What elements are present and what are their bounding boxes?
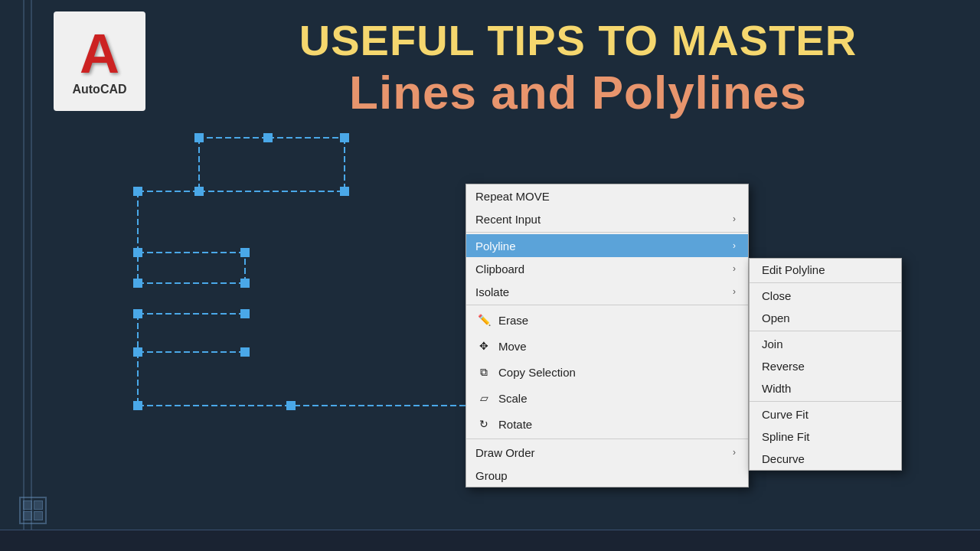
svg-rect-18 <box>194 187 204 196</box>
submenu-item-curve-fit[interactable]: Curve Fit <box>750 403 901 425</box>
submenu-separator-1 <box>750 282 901 283</box>
move-icon: ✥ <box>475 337 492 354</box>
submenu-item-open[interactable]: Open <box>750 307 901 329</box>
menu-item-clipboard[interactable]: Clipboard › <box>466 257 748 280</box>
submenu-item-decurve[interactable]: Decurve <box>750 448 901 470</box>
svg-rect-20 <box>133 187 142 196</box>
svg-rect-21 <box>133 279 142 288</box>
menu-item-erase-label: Erase <box>498 314 736 327</box>
menu-item-isolate-label: Isolate <box>475 285 733 298</box>
polyline-submenu: Edit Polyline Close Open Join Reverse Wi… <box>749 258 902 471</box>
svg-rect-22 <box>240 279 250 288</box>
menu-item-move-label: Move <box>498 340 736 353</box>
svg-rect-17 <box>340 187 349 196</box>
submenu-item-reverse[interactable]: Reverse <box>750 355 901 377</box>
menu-item-group-label: Group <box>475 469 736 482</box>
svg-rect-16 <box>340 133 349 142</box>
menu-item-draw-order-label: Draw Order <box>475 446 733 459</box>
submenu-item-join[interactable]: Join <box>750 333 901 355</box>
svg-rect-28 <box>240 347 250 357</box>
submenu-item-decurve-label: Decurve <box>762 452 805 465</box>
recent-input-arrow: › <box>733 214 736 224</box>
title-area: Useful tips to master Lines and Polyline… <box>191 15 965 119</box>
left-decoration <box>23 0 32 551</box>
submenu-item-close[interactable]: Close <box>750 285 901 307</box>
submenu-separator-2 <box>750 331 901 331</box>
context-menu: Repeat MOVE Recent Input › Polyline › Cl… <box>466 184 749 487</box>
menu-item-rotate-label: Rotate <box>498 418 736 431</box>
separator-2 <box>466 305 748 305</box>
menu-item-draw-order[interactable]: Draw Order › <box>466 441 748 464</box>
svg-rect-23 <box>240 248 250 257</box>
svg-rect-26 <box>240 309 250 318</box>
bottom-bar <box>0 530 980 551</box>
menu-item-repeat-move-label: Repeat MOVE <box>475 190 736 203</box>
svg-rect-30 <box>286 401 296 410</box>
svg-rect-27 <box>133 347 142 357</box>
title-line2: Lines and Polylines <box>191 65 965 119</box>
autocad-logo: A AutoCAD <box>54 11 145 111</box>
menu-item-group[interactable]: Group <box>466 464 748 487</box>
copy-icon: ⧉ <box>475 364 492 380</box>
clipboard-arrow: › <box>733 263 736 274</box>
erase-icon: ✏️ <box>475 311 492 328</box>
context-menu-container: Repeat MOVE Recent Input › Polyline › Cl… <box>466 184 902 487</box>
menu-item-isolate[interactable]: Isolate › <box>466 280 748 303</box>
menu-item-copy-selection[interactable]: ⧉ Copy Selection <box>466 359 748 385</box>
menu-item-rotate[interactable]: ↻ Rotate <box>466 411 748 437</box>
submenu-item-spline-fit-label: Spline Fit <box>762 430 810 443</box>
scale-icon: ▱ <box>475 390 492 406</box>
logo-letter: A <box>80 26 119 81</box>
submenu-item-edit-polyline-label: Edit Polyline <box>762 263 825 276</box>
menu-item-scale[interactable]: ▱ Scale <box>466 385 748 411</box>
polyline-drawing: .pl { stroke: #4aa8e8; stroke-width: 2; … <box>61 130 475 452</box>
menu-item-erase[interactable]: ✏️ Erase <box>466 307 748 333</box>
submenu-item-width-label: Width <box>762 382 791 395</box>
menu-item-polyline-label: Polyline <box>475 240 733 253</box>
svg-rect-19 <box>194 133 204 142</box>
isolate-arrow: › <box>733 286 736 297</box>
draw-order-arrow: › <box>733 447 736 458</box>
menu-item-copy-selection-label: Copy Selection <box>498 366 736 379</box>
grid-icon <box>19 497 47 524</box>
menu-item-recent-input-label: Recent Input <box>475 213 733 226</box>
menu-item-repeat-move[interactable]: Repeat MOVE <box>466 184 748 207</box>
submenu-item-open-label: Open <box>762 311 790 324</box>
menu-item-clipboard-label: Clipboard <box>475 262 733 276</box>
menu-item-scale-label: Scale <box>498 392 736 405</box>
menu-item-polyline[interactable]: Polyline › <box>466 234 748 257</box>
submenu-separator-3 <box>750 401 901 402</box>
separator-1 <box>466 232 748 233</box>
submenu-item-join-label: Join <box>762 337 783 350</box>
polyline-arrow: › <box>733 240 736 251</box>
rotate-icon: ↻ <box>475 416 492 432</box>
svg-rect-15 <box>263 133 273 142</box>
polyline-svg: .pl { stroke: #4aa8e8; stroke-width: 2; … <box>61 130 475 452</box>
submenu-item-reverse-label: Reverse <box>762 360 805 373</box>
title-line1: Useful tips to master <box>191 15 965 65</box>
menu-item-recent-input[interactable]: Recent Input › <box>466 207 748 230</box>
svg-rect-29 <box>133 401 142 410</box>
submenu-item-close-label: Close <box>762 289 791 302</box>
submenu-item-width[interactable]: Width <box>750 377 901 399</box>
menu-item-move[interactable]: ✥ Move <box>466 333 748 359</box>
submenu-item-spline-fit[interactable]: Spline Fit <box>750 425 901 448</box>
submenu-item-curve-fit-label: Curve Fit <box>762 408 808 421</box>
logo-text: AutoCAD <box>72 83 126 96</box>
submenu-item-edit-polyline[interactable]: Edit Polyline <box>750 259 901 281</box>
svg-rect-24 <box>133 248 142 257</box>
separator-3 <box>466 439 748 439</box>
svg-rect-25 <box>133 309 142 318</box>
